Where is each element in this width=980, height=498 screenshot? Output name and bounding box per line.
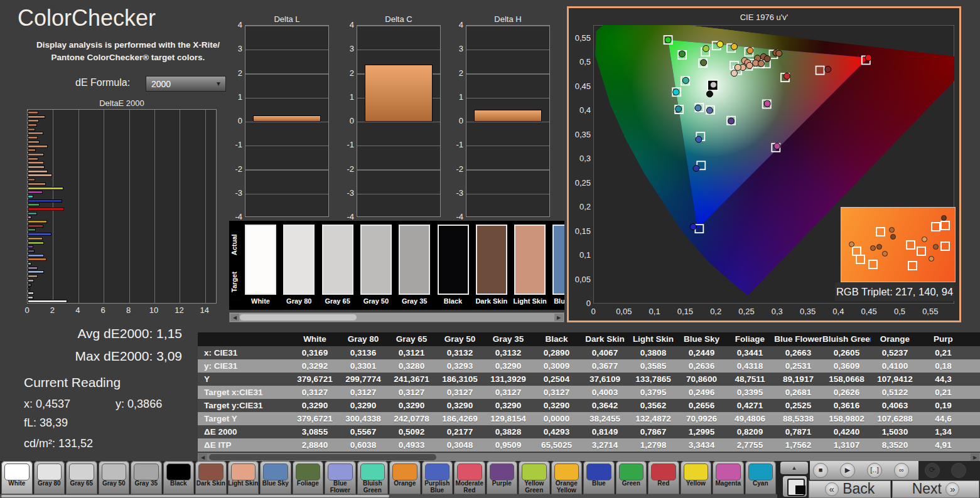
table-cell: 0,7867 (629, 425, 677, 438)
table-column-header: Orange (871, 332, 919, 346)
patch-tab-swatch (231, 464, 256, 480)
patch-tab-swatch (263, 464, 288, 480)
table-cell: 0,2504 (532, 373, 581, 386)
table-scroll-thumb[interactable] (209, 454, 436, 460)
patch-tab-purplish-blue[interactable]: Purplish Blue (422, 461, 453, 494)
deltae-bar (28, 245, 33, 248)
table-cell: 2,7755 (726, 438, 774, 452)
deltae-bar (28, 208, 64, 211)
de-formula-dropdown[interactable]: 2000 ▼ (146, 76, 226, 92)
deltae-bar (28, 262, 31, 265)
table-cell: 0,3795 (629, 386, 677, 399)
table-cell: 0,4003 (581, 386, 629, 399)
play-button[interactable]: ▶ (840, 463, 855, 478)
patch-tab-purple[interactable]: Purple (487, 461, 518, 494)
current-y: y: 0,3866 (116, 398, 162, 410)
delta-bar (253, 115, 321, 122)
measurement-dot-marker (706, 107, 713, 114)
table-cell: 0,19 (919, 399, 967, 412)
deltae-bar (28, 166, 45, 169)
patch-tab-label: Magenta (713, 480, 744, 487)
table-cell: 0,3290 (484, 359, 532, 373)
patch-tab-swatch (328, 464, 353, 480)
table-row: x: CIE310,31690,31360,31210,31320,31320,… (198, 346, 980, 359)
table-cell: 0,3301 (339, 359, 387, 373)
table-cell: 3,3434 (677, 438, 726, 452)
measurement-dot-marker (695, 105, 701, 111)
next-button[interactable]: Next » (892, 480, 979, 498)
tab-panel-expand-button[interactable]: ▲ (780, 462, 808, 474)
y-tick-label: 1 (226, 92, 242, 102)
patch-tab-light-skin[interactable]: Light Skin (228, 461, 259, 494)
cie-y-tick: 0,15 (568, 226, 591, 236)
patch-tab-blue[interactable]: Blue (583, 461, 615, 494)
scroll-right-icon[interactable]: ▶ (554, 314, 563, 321)
patch-tab-gray-80[interactable]: Gray 80 (34, 461, 65, 494)
table-cell: 1,7562 (774, 438, 822, 452)
patch-tab-magenta[interactable]: Magenta (713, 461, 744, 494)
y-tick-label: 3 (338, 44, 354, 53)
table-cell: 0,2636 (677, 359, 726, 373)
cie-x-tick: 0 (582, 307, 605, 316)
chevron-down-icon: ▼ (215, 77, 222, 92)
patch-swatch (514, 225, 546, 295)
table-cell: 132,4872 (629, 412, 677, 425)
y-tick-label: 2 (447, 68, 463, 78)
patch-tab-blue-sky[interactable]: Blue Sky (260, 461, 291, 494)
deltae-bar (28, 111, 38, 114)
table-cell: 0,6038 (339, 438, 387, 452)
patch-tab-white[interactable]: White (1, 461, 33, 494)
patch-tab-bluish-green[interactable]: Bluish Green (357, 461, 389, 494)
patch-tab-orange[interactable]: Orange (389, 461, 421, 494)
patch-swatch-label: Gray 65 (320, 297, 355, 305)
patch-tab-orange-yellow[interactable]: Orange Yellow (551, 461, 583, 494)
table-row-label: Y (198, 373, 291, 386)
subtitle-line2: Pantone ColorChecker® target colors. (51, 53, 205, 62)
patch-tab-red[interactable]: Red (648, 461, 679, 494)
inset-measurement-dot (890, 234, 896, 240)
deltae-bar (28, 254, 44, 257)
table-cell: 4,91 (919, 438, 967, 452)
table-cell: 0,3828 (484, 425, 532, 438)
patch-tab-blue-flower[interactable]: Blue Flower (325, 461, 356, 494)
back-button[interactable]: « Back (809, 480, 891, 498)
refresh-button[interactable]: ⟳ (925, 463, 940, 478)
patch-tab-black[interactable]: Black (163, 461, 195, 494)
table-cell: 0,2681 (774, 386, 822, 399)
patch-tab-cyan[interactable]: Cyan (745, 461, 777, 494)
scroll-left-icon[interactable]: ◀ (230, 314, 239, 321)
table-cell: 299,7774 (339, 373, 387, 386)
tab-scroll-thumb[interactable] (1, 495, 389, 497)
patch-tab-yellow-green[interactable]: Yellow Green (519, 461, 550, 494)
table-cell: 0,3585 (629, 359, 677, 373)
deltae-bar (28, 124, 37, 127)
table-cell: 0,3132 (484, 346, 532, 359)
patch-tab-dark-skin[interactable]: Dark Skin (195, 461, 227, 494)
patch-tab-gray-65[interactable]: Gray 65 (66, 461, 97, 494)
y-tick-label: 2 (226, 68, 242, 78)
patch-tab-moderate-red[interactable]: Moderate Red (454, 461, 485, 494)
step-button[interactable]: [‥] (867, 463, 882, 478)
swatch-scroll-thumb[interactable] (240, 314, 357, 321)
measurement-dot-marker (717, 41, 723, 48)
patch-tab-swatch (619, 464, 644, 480)
deltae2000-chart (27, 109, 217, 304)
loop-button[interactable]: ∞ (894, 463, 909, 478)
pattern-window-button[interactable] (783, 476, 807, 497)
deltae-bar (28, 292, 34, 295)
patch-tab-green[interactable]: Green (616, 461, 647, 494)
record-button[interactable] (951, 463, 966, 478)
tab-scrollbar[interactable] (0, 494, 777, 498)
table-cell: 0,3292 (291, 359, 339, 373)
table-cell: 0,3616 (822, 399, 871, 412)
table-column-header: Blue Sky (677, 332, 726, 346)
table-cell: 0,9509 (484, 438, 532, 452)
patch-tab-yellow[interactable]: Yellow (681, 461, 712, 494)
swatch-scrollbar[interactable]: ◀ ▶ (229, 312, 564, 322)
patch-tab-foliage[interactable]: Foliage (293, 461, 324, 494)
table-column-header: Dark Skin (581, 332, 629, 346)
patch-tab-gray-50[interactable]: Gray 50 (99, 461, 130, 494)
patch-tab-gray-35[interactable]: Gray 35 (131, 461, 162, 494)
stop-button[interactable]: ■ (813, 463, 828, 478)
y-tick-label: 0 (447, 116, 463, 125)
